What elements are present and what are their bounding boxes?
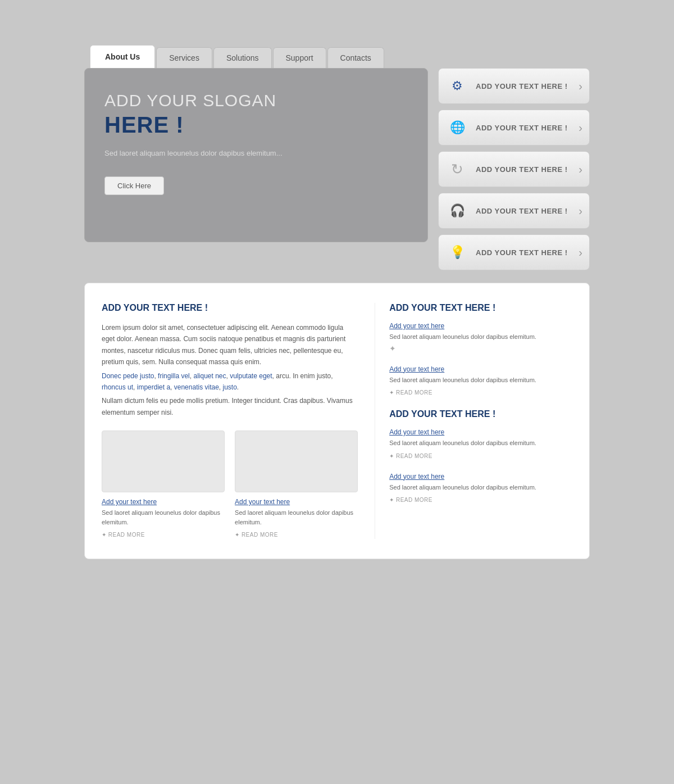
lorem-paragraph-2: Nullam dictum felis eu pede mollis preti…: [102, 395, 358, 418]
content-left: ADD YOUR TEXT HERE ! Lorem ipsum dolor s…: [102, 303, 358, 539]
content-left-title: ADD YOUR TEXT HERE !: [102, 303, 358, 313]
thumb-desc-0: Sed laoret aliquam leounelus dolor dapib…: [102, 508, 225, 527]
right-desc-3: Sed laoret aliquam leounelus dolor dapib…: [389, 483, 572, 492]
nav-tabs: About Us Services Solutions Support Cont…: [90, 45, 590, 68]
thumb-link-0[interactable]: Add your text here: [102, 498, 225, 506]
action-button-2[interactable]: ↻ ADD YOUR TEXT HERE ! ›: [438, 151, 590, 187]
action-button-4[interactable]: 💡 ADD YOUR TEXT HERE ! ›: [438, 234, 590, 270]
tab-solutions[interactable]: Solutions: [213, 47, 272, 68]
slogan-line2: HERE !: [104, 112, 408, 138]
lorem-link-8[interactable]: justo: [223, 383, 237, 391]
right-title-2: ADD YOUR TEXT HERE !: [389, 409, 572, 419]
tab-contacts[interactable]: Contacts: [327, 47, 384, 68]
read-more-0[interactable]: READ MORE: [102, 532, 145, 538]
chevron-right-icon-0: ›: [579, 80, 582, 93]
action-button-2-label: ADD YOUR TEXT HERE !: [476, 165, 572, 174]
right-link-0[interactable]: Add your text here: [389, 322, 572, 330]
click-here-button[interactable]: Click Here: [104, 176, 164, 195]
lorem-link-3[interactable]: aliquet nec: [193, 372, 226, 380]
action-button-0-label: ADD YOUR TEXT HERE !: [476, 82, 572, 90]
lorem-link-7[interactable]: venenatis vitae: [174, 383, 219, 391]
content-section: ADD YOUR TEXT HERE ! Lorem ipsum dolor s…: [84, 283, 590, 559]
chevron-right-icon-2: ›: [579, 163, 582, 176]
page-wrapper: About Us Services Solutions Support Cont…: [84, 45, 590, 559]
lorem-paragraph-links: Donec pede justo, fringilla vel, aliquet…: [102, 370, 358, 393]
tab-support[interactable]: Support: [273, 47, 326, 68]
thumb-link-1[interactable]: Add your text here: [235, 498, 358, 506]
right-read-more-1[interactable]: READ MORE: [389, 389, 432, 396]
main-section: ADD YOUR SLOGAN HERE ! Sed laoret aliqua…: [84, 68, 590, 270]
action-button-1[interactable]: 🌐 ADD YOUR TEXT HERE ! ›: [438, 110, 590, 146]
action-button-4-label: ADD YOUR TEXT HERE !: [476, 248, 572, 257]
right-desc-2: Sed laoret aliquam leounelus dolor dapib…: [389, 438, 572, 448]
action-button-1-label: ADD YOUR TEXT HERE !: [476, 124, 572, 132]
chevron-right-icon-1: ›: [579, 121, 582, 134]
tab-services[interactable]: Services: [156, 47, 212, 68]
right-sub-1: Add your text here Sed laoret aliquam le…: [389, 365, 572, 397]
plus-icon-0: ✦: [389, 344, 572, 353]
lorem-link-4[interactable]: vulputate eget: [230, 372, 272, 380]
action-button-3-label: ADD YOUR TEXT HERE !: [476, 207, 572, 215]
right-sub-2: Add your text here Sed laoret aliquam le…: [389, 428, 572, 460]
thumb-image-0: [102, 430, 225, 492]
lorem-link-2[interactable]: fringilla vel: [158, 372, 190, 380]
right-sub-3: Add your text here Sed laoret aliquam le…: [389, 473, 572, 505]
lorem-link-1[interactable]: Donec pede justo: [102, 372, 154, 380]
lorem-link-5[interactable]: rhoncus ut: [102, 383, 133, 391]
content-right: ADD YOUR TEXT HERE ! Add your text here …: [375, 303, 572, 539]
right-panel: ⚙ ADD YOUR TEXT HERE ! › 🌐 ADD YOUR TEXT…: [438, 68, 590, 270]
lorem-link-6[interactable]: imperdiet a: [137, 383, 170, 391]
right-link-3[interactable]: Add your text here: [389, 473, 572, 481]
action-button-3[interactable]: 🎧 ADD YOUR TEXT HERE ! ›: [438, 193, 590, 229]
tab-about-us[interactable]: About Us: [90, 45, 155, 68]
thumb-item-1: Add your text here Sed laoret aliquam le…: [235, 430, 358, 539]
chevron-right-icon-4: ›: [579, 246, 582, 259]
right-sub-0: Add your text here Sed laoret aliquam le…: [389, 322, 572, 353]
right-desc-1: Sed laoret aliquam leounelus dolor dapib…: [389, 375, 572, 385]
refresh-icon: ↻: [445, 157, 469, 181]
thumb-grid: Add your text here Sed laoret aliquam le…: [102, 430, 358, 539]
right-desc-0: Sed laoret aliquam leounelus dolor dapib…: [389, 332, 572, 342]
thumb-image-1: [235, 430, 358, 492]
action-button-0[interactable]: ⚙ ADD YOUR TEXT HERE ! ›: [438, 68, 590, 104]
right-link-2[interactable]: Add your text here: [389, 428, 572, 436]
right-link-1[interactable]: Add your text here: [389, 365, 572, 373]
slogan-sub: Sed laoret aliquam leounelus dolor dapib…: [104, 148, 408, 160]
right-title-1: ADD YOUR TEXT HERE !: [389, 303, 572, 313]
thumb-item-0: Add your text here Sed laoret aliquam le…: [102, 430, 225, 539]
lorem-paragraph-1: Lorem ipsum dolor sit amet, consectetuer…: [102, 322, 358, 368]
slogan-line1: ADD YOUR SLOGAN: [104, 91, 408, 110]
right-read-more-3[interactable]: READ MORE: [389, 497, 432, 503]
right-read-more-2[interactable]: READ MORE: [389, 453, 432, 459]
hero-panel: ADD YOUR SLOGAN HERE ! Sed laoret aliqua…: [84, 68, 428, 242]
globe-icon: 🌐: [445, 116, 469, 139]
bulb-icon: 💡: [445, 241, 469, 264]
read-more-1[interactable]: READ MORE: [235, 532, 278, 538]
gear-icon: ⚙: [445, 74, 469, 98]
chevron-right-icon-3: ›: [579, 205, 582, 217]
headset-icon: 🎧: [445, 199, 469, 223]
thumb-desc-1: Sed laoret aliquam leounelus dolor dapib…: [235, 508, 358, 527]
